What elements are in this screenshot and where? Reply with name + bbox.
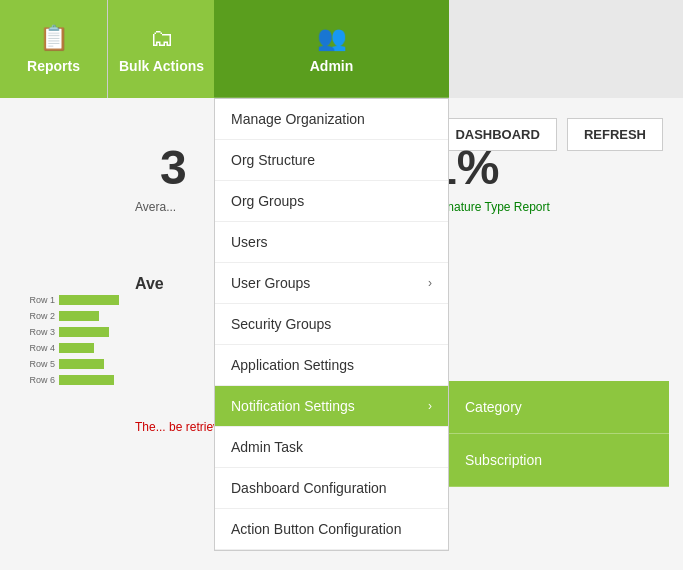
stat-number: 3 (160, 140, 187, 195)
menu-item-dashboard-config[interactable]: Dashboard Configuration (215, 468, 448, 509)
reports-icon: 📋 (39, 24, 69, 52)
admin-dropdown-header[interactable]: 👥 Admin (214, 0, 449, 98)
menu-item-application-settings[interactable]: Application Settings (215, 345, 448, 386)
admin-label: Admin (310, 58, 354, 74)
submenu-item-category[interactable]: Category (449, 381, 669, 434)
menu-item-action-button-config[interactable]: Action Button Configuration (215, 509, 448, 550)
menu-item-admin-task[interactable]: Admin Task (215, 427, 448, 468)
menu-item-manage-org[interactable]: Manage Organization (215, 99, 448, 140)
admin-icon: 👥 (317, 24, 347, 52)
bulk-actions-icon: 🗂 (150, 24, 174, 52)
menu-item-org-groups[interactable]: Org Groups (215, 181, 448, 222)
notification-settings-arrow: › (428, 399, 432, 413)
user-groups-arrow: › (428, 276, 432, 290)
reports-label: Reports (27, 58, 80, 74)
submenu-item-subscription[interactable]: Subscription (449, 434, 669, 487)
admin-menu: Manage Organization Org Structure Org Gr… (214, 98, 449, 551)
mini-chart: Row 1 Row 2 Row 3 Row 4 Row 5 Row 6 (5, 295, 125, 435)
stat-avg-label: Avera... (135, 200, 176, 214)
menu-item-security-groups[interactable]: Security Groups (215, 304, 448, 345)
admin-dropdown: 👥 Admin Manage Organization Org Structur… (214, 0, 449, 551)
nav-item-bulk-actions[interactable]: 🗂 Bulk Actions (108, 0, 216, 98)
ave-label: Ave (135, 275, 164, 293)
notification-submenu: Category Subscription (449, 381, 669, 487)
menu-item-org-structure[interactable]: Org Structure (215, 140, 448, 181)
refresh-button[interactable]: REFRESH (567, 118, 663, 151)
menu-item-users[interactable]: Users (215, 222, 448, 263)
bulk-actions-label: Bulk Actions (119, 58, 204, 74)
menu-item-notification-settings[interactable]: Notification Settings › (215, 386, 448, 427)
nav-item-reports[interactable]: 📋 Reports (0, 0, 108, 98)
menu-item-user-groups[interactable]: User Groups › (215, 263, 448, 304)
